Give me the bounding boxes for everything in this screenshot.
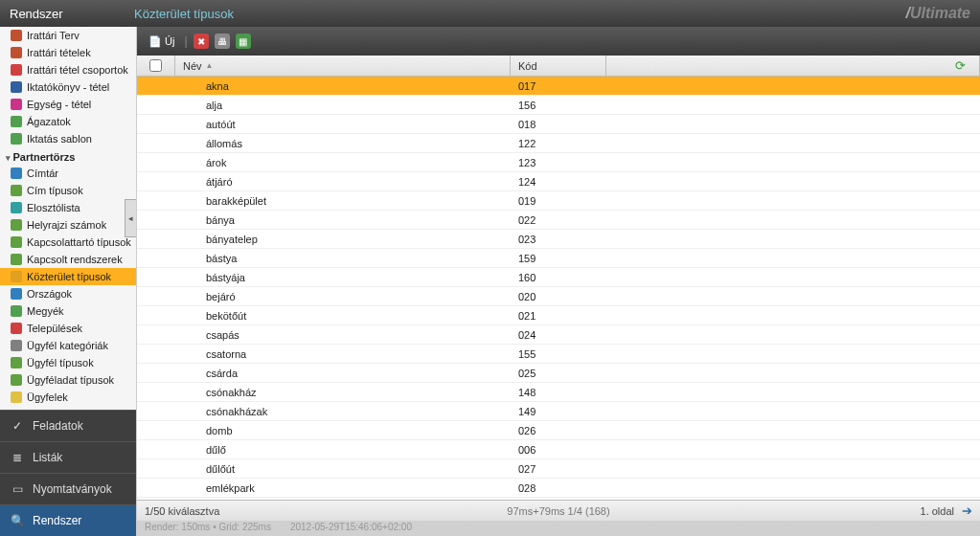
refresh-icon[interactable]: ⟳ [955,58,966,73]
row-name-cell: akna [175,80,511,92]
table-row[interactable]: csónakház148 [137,383,980,402]
debug-footer: Render: 150ms • Grid: 225ms 2012-05-29T1… [137,521,980,536]
table-row[interactable]: akna017 [137,77,980,96]
table-row[interactable]: domb026 [137,421,980,440]
tree-item-icon [10,98,23,111]
select-all-checkbox[interactable] [149,59,162,72]
row-code-cell: 017 [511,80,606,92]
column-header-name[interactable]: Név ▲ [175,56,511,76]
row-code-cell: 019 [511,195,606,207]
table-row[interactable]: barakképület019 [137,191,980,211]
sidebar-item[interactable]: Cím típusok [0,182,136,199]
tree-item-icon [10,80,23,94]
select-all-column[interactable] [137,56,175,76]
sidebar-bottom-nav: ✓Feladatok≣Listák▭Nyomtatványok🔍Rendszer [0,410,136,536]
tree-item-label: Kapcsolattartó típusok [27,236,131,248]
table-row[interactable]: bánya022 [137,211,980,230]
next-page-icon[interactable]: ➔ [962,503,972,518]
sidebar-item[interactable]: Elosztólista [0,199,136,216]
table-row[interactable]: dűlőút027 [137,459,980,479]
tree-item-label: Ügyféladat típusok [27,374,114,386]
tree-item-label: Kapcsolt rendszerek [27,254,123,265]
tree-group-header[interactable]: Partnertörzs [0,147,136,165]
sidebar-item[interactable]: Helyrajzi számok [0,216,136,234]
sidebar-item[interactable]: Kapcsolt rendszerek [0,251,136,268]
table-row[interactable]: bekötőút021 [137,306,980,325]
column-header-code[interactable]: Kód [511,56,606,76]
tree-item-icon [10,29,23,42]
sidebar-item[interactable]: Települések [0,320,136,337]
sidebar-item[interactable]: Megyék [0,302,136,320]
tree-item-label: Közterület típusok [27,271,111,282]
row-name-cell: autóút [175,119,511,130]
row-name-cell: dűlőút [175,463,511,475]
status-bar: 1/50 kiválasztva 97ms+79ms 1/4 (168) 1. … [137,500,980,521]
tree-item-icon [10,132,23,145]
export-excel-icon[interactable]: ▦ [236,34,251,49]
row-code-cell: 022 [511,214,606,226]
table-row[interactable]: állomás122 [137,134,980,153]
sidebar-item[interactable]: Ügyfél típusok [0,354,136,371]
new-button[interactable]: 📄 Új [145,34,178,50]
sidebar-item[interactable]: Egység - tétel [0,96,136,113]
sidebar-collapse-handle[interactable]: ◂ [125,199,136,237]
print-icon[interactable]: 🖶 [215,34,230,49]
table-row[interactable]: alja156 [137,96,980,115]
row-code-cell: 026 [511,425,606,436]
sidebar-item[interactable]: Ügyfelek [0,389,136,406]
table-row[interactable]: csapás024 [137,325,980,345]
table-row[interactable]: csónakházak149 [137,402,980,421]
tree-item-label: Helyrajzi számok [27,219,106,231]
page-indicator: 1. oldal [921,505,954,517]
row-code-cell: 160 [511,272,606,283]
table-row[interactable]: átjáró124 [137,172,980,191]
sidebar-item[interactable]: Ágazatok [0,113,136,130]
table-row[interactable]: bástyája160 [137,268,980,287]
tree-item-icon [10,391,23,404]
row-code-cell: 122 [511,138,606,149]
table-row[interactable]: bejáró020 [137,287,980,306]
bottom-nav-item[interactable]: 🔍Rendszer [0,504,136,536]
sidebar-item[interactable]: Irattári tételek [0,44,136,61]
table-row[interactable]: dűlő006 [137,440,980,459]
breadcrumb: Közterület típusok [134,7,234,21]
sort-asc-icon: ▲ [206,61,214,70]
row-name-cell: bejáró [175,291,511,302]
data-grid: Név ▲ Kód ⟳ akna017alja156autóút018állom… [137,56,980,500]
sidebar-item[interactable]: Ügyféladat típusok [0,371,136,389]
sidebar-item[interactable]: Iktatókönyv - tétel [0,78,136,96]
tree-group-header[interactable]: Törzsadatok [0,406,136,410]
sidebar-item[interactable]: Irattári Terv [0,27,136,44]
delete-icon[interactable]: ✖ [194,34,209,49]
sidebar-item[interactable]: Közterület típusok [0,268,136,285]
row-name-cell: domb [175,425,511,436]
sidebar-item[interactable]: Iktatás sablon [0,130,136,147]
table-row[interactable]: csárda025 [137,364,980,383]
table-row[interactable]: autóút018 [137,115,980,134]
sidebar-item[interactable]: Címtár [0,165,136,182]
row-name-cell: barakképület [175,195,511,207]
tree-item-label: Országok [27,288,72,300]
table-row[interactable]: árok123 [137,153,980,172]
bottom-nav-item[interactable]: ✓Feladatok [0,410,136,441]
table-row[interactable]: csatorna155 [137,345,980,364]
sidebar-item[interactable]: Kapcsolattartó típusok [0,234,136,251]
row-code-cell: 018 [511,119,606,130]
sidebar: ◂ Irattári TervIrattári tételekIrattári … [0,27,137,536]
table-row[interactable]: bástya159 [137,249,980,268]
row-code-cell: 124 [511,176,606,188]
sidebar-item[interactable]: Ügyfél kategóriák [0,337,136,354]
sidebar-item[interactable]: Irattári tétel csoportok [0,61,136,78]
toolbar: 📄 Új | ✖ 🖶 ▦ [137,27,980,56]
debug-render-info: Render: 150ms • Grid: 225ms [145,522,271,535]
row-code-cell: 020 [511,291,606,302]
bottom-nav-item[interactable]: ≣Listák [0,441,136,473]
sidebar-item[interactable]: Országok [0,285,136,302]
tree-item-label: Települések [27,323,82,334]
bottom-nav-icon: ≣ [10,450,25,465]
bottom-nav-item[interactable]: ▭Nyomtatványok [0,473,136,504]
table-row[interactable]: emlékpark028 [137,479,980,498]
tree-item-icon [10,218,23,232]
table-row[interactable]: bányatelep023 [137,230,980,249]
tree-item-icon [10,339,23,352]
